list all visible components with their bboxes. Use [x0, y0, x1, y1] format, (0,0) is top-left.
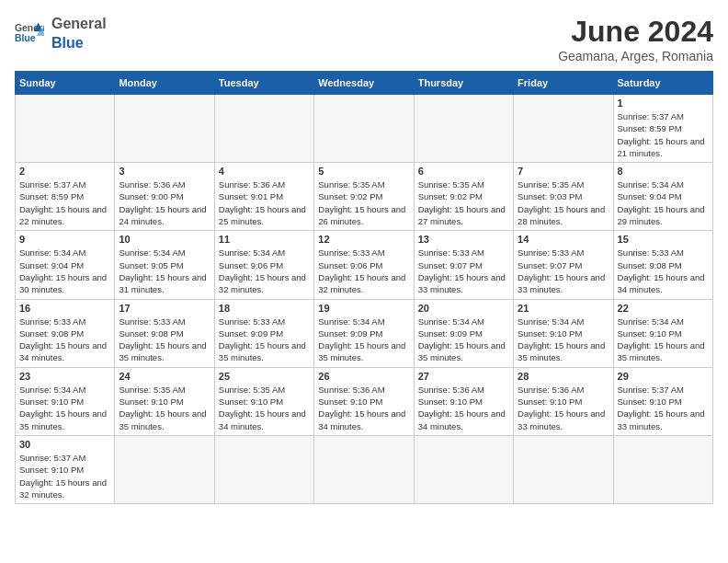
day-number: 4 [219, 166, 310, 177]
day-number: 30 [19, 439, 110, 450]
day-number: 23 [19, 371, 110, 382]
day-info: Sunrise: 5:33 AM Sunset: 9:06 PM Dayligh… [318, 247, 409, 295]
day-info: Sunrise: 5:33 AM Sunset: 9:08 PM Dayligh… [618, 247, 709, 295]
calendar-day-cell [414, 435, 513, 503]
day-info: Sunrise: 5:34 AM Sunset: 9:04 PM Dayligh… [618, 178, 709, 227]
calendar-title-area: June 2024 Geamana, Arges, Romania [558, 15, 713, 63]
calendar-day-cell: 30Sunrise: 5:37 AM Sunset: 9:10 PM Dayli… [16, 435, 115, 503]
calendar-day-cell [314, 435, 414, 503]
calendar-day-cell: 6Sunrise: 5:35 AM Sunset: 9:02 PM Daylig… [414, 163, 513, 231]
day-info: Sunrise: 5:34 AM Sunset: 9:10 PM Dayligh… [518, 316, 609, 364]
calendar-day-cell: 7Sunrise: 5:35 AM Sunset: 9:03 PM Daylig… [514, 163, 613, 231]
day-info: Sunrise: 5:34 AM Sunset: 9:09 PM Dayligh… [418, 316, 509, 364]
calendar-day-cell: 4Sunrise: 5:36 AM Sunset: 9:01 PM Daylig… [214, 163, 313, 231]
calendar-day-cell: 19Sunrise: 5:34 AM Sunset: 9:09 PM Dayli… [314, 299, 414, 367]
calendar-day-cell: 28Sunrise: 5:36 AM Sunset: 9:10 PM Dayli… [514, 367, 613, 435]
calendar-day-cell: 5Sunrise: 5:35 AM Sunset: 9:02 PM Daylig… [314, 163, 414, 231]
calendar-day-cell: 3Sunrise: 5:36 AM Sunset: 9:00 PM Daylig… [115, 163, 214, 231]
calendar-day-cell: 11Sunrise: 5:34 AM Sunset: 9:06 PM Dayli… [214, 231, 313, 299]
day-number: 17 [119, 303, 210, 314]
day-info: Sunrise: 5:37 AM Sunset: 9:10 PM Dayligh… [618, 384, 709, 432]
calendar-week-row: 16Sunrise: 5:33 AM Sunset: 9:08 PM Dayli… [16, 299, 713, 367]
weekday-header-tuesday: Tuesday [214, 72, 313, 95]
day-info: Sunrise: 5:34 AM Sunset: 9:06 PM Dayligh… [219, 247, 310, 295]
day-info: Sunrise: 5:35 AM Sunset: 9:03 PM Dayligh… [518, 178, 609, 227]
day-number: 7 [518, 166, 609, 177]
day-info: Sunrise: 5:35 AM Sunset: 9:10 PM Dayligh… [119, 384, 210, 432]
calendar-day-cell [613, 435, 712, 503]
day-number: 13 [418, 234, 509, 245]
calendar-day-cell [16, 95, 115, 163]
calendar-day-cell: 20Sunrise: 5:34 AM Sunset: 9:09 PM Dayli… [414, 299, 513, 367]
day-info: Sunrise: 5:37 AM Sunset: 8:59 PM Dayligh… [618, 110, 709, 159]
day-number: 16 [19, 303, 110, 314]
calendar-day-cell [514, 435, 613, 503]
calendar-day-cell [514, 95, 613, 163]
calendar-day-cell: 26Sunrise: 5:36 AM Sunset: 9:10 PM Dayli… [314, 367, 414, 435]
weekday-header-saturday: Saturday [613, 72, 712, 95]
day-number: 27 [418, 371, 509, 382]
day-number: 25 [219, 371, 310, 382]
day-number: 20 [418, 303, 509, 314]
day-number: 15 [618, 234, 709, 245]
day-info: Sunrise: 5:35 AM Sunset: 9:10 PM Dayligh… [219, 384, 310, 432]
day-number: 21 [518, 303, 609, 314]
calendar-day-cell [115, 435, 214, 503]
day-info: Sunrise: 5:33 AM Sunset: 9:09 PM Dayligh… [219, 316, 310, 364]
day-info: Sunrise: 5:36 AM Sunset: 9:10 PM Dayligh… [318, 384, 409, 432]
day-info: Sunrise: 5:37 AM Sunset: 9:10 PM Dayligh… [19, 452, 110, 500]
calendar-day-cell: 2Sunrise: 5:37 AM Sunset: 8:59 PM Daylig… [16, 163, 115, 231]
day-info: Sunrise: 5:34 AM Sunset: 9:05 PM Dayligh… [119, 247, 210, 295]
calendar-week-row: 23Sunrise: 5:34 AM Sunset: 9:10 PM Dayli… [16, 367, 713, 435]
calendar-day-cell: 24Sunrise: 5:35 AM Sunset: 9:10 PM Dayli… [115, 367, 214, 435]
day-info: Sunrise: 5:37 AM Sunset: 8:59 PM Dayligh… [19, 178, 110, 227]
calendar-day-cell: 13Sunrise: 5:33 AM Sunset: 9:07 PM Dayli… [414, 231, 513, 299]
day-info: Sunrise: 5:36 AM Sunset: 9:10 PM Dayligh… [518, 384, 609, 432]
calendar-week-row: 9Sunrise: 5:34 AM Sunset: 9:04 PM Daylig… [16, 231, 713, 299]
weekday-header-sunday: Sunday [16, 72, 115, 95]
logo-blue-label: Blue [51, 34, 107, 53]
day-number: 26 [318, 371, 409, 382]
day-number: 5 [318, 166, 409, 177]
calendar-day-cell: 14Sunrise: 5:33 AM Sunset: 9:07 PM Dayli… [514, 231, 613, 299]
day-info: Sunrise: 5:34 AM Sunset: 9:10 PM Dayligh… [618, 316, 709, 364]
logo-icon: General Blue [15, 21, 44, 47]
calendar-day-cell: 1Sunrise: 5:37 AM Sunset: 8:59 PM Daylig… [613, 95, 712, 163]
calendar-week-row: 30Sunrise: 5:37 AM Sunset: 9:10 PM Dayli… [16, 435, 713, 503]
weekday-header-monday: Monday [115, 72, 214, 95]
location-subtitle: Geamana, Arges, Romania [558, 49, 713, 63]
calendar-day-cell [214, 95, 313, 163]
day-number: 28 [518, 371, 609, 382]
calendar-day-cell: 15Sunrise: 5:33 AM Sunset: 9:08 PM Dayli… [613, 231, 712, 299]
weekday-header-wednesday: Wednesday [314, 72, 414, 95]
calendar-day-cell: 8Sunrise: 5:34 AM Sunset: 9:04 PM Daylig… [613, 163, 712, 231]
day-info: Sunrise: 5:33 AM Sunset: 9:08 PM Dayligh… [119, 316, 210, 364]
month-title: June 2024 [558, 15, 713, 49]
calendar-day-cell: 21Sunrise: 5:34 AM Sunset: 9:10 PM Dayli… [514, 299, 613, 367]
page-header: General Blue General Blue General Blue J… [15, 15, 713, 63]
day-info: Sunrise: 5:36 AM Sunset: 9:10 PM Dayligh… [418, 384, 509, 432]
day-number: 8 [618, 166, 709, 177]
day-number: 12 [318, 234, 409, 245]
calendar-day-cell [314, 95, 414, 163]
day-number: 11 [219, 234, 310, 245]
day-info: Sunrise: 5:35 AM Sunset: 9:02 PM Dayligh… [418, 178, 509, 227]
day-info: Sunrise: 5:33 AM Sunset: 9:08 PM Dayligh… [19, 316, 110, 364]
calendar-week-row: 2Sunrise: 5:37 AM Sunset: 8:59 PM Daylig… [16, 163, 713, 231]
day-number: 6 [418, 166, 509, 177]
calendar-day-cell [414, 95, 513, 163]
day-number: 22 [618, 303, 709, 314]
calendar-day-cell: 16Sunrise: 5:33 AM Sunset: 9:08 PM Dayli… [16, 299, 115, 367]
day-info: Sunrise: 5:35 AM Sunset: 9:02 PM Dayligh… [318, 178, 409, 227]
day-info: Sunrise: 5:34 AM Sunset: 9:10 PM Dayligh… [19, 384, 110, 432]
calendar-header-row: SundayMondayTuesdayWednesdayThursdayFrid… [16, 72, 713, 95]
weekday-header-thursday: Thursday [414, 72, 513, 95]
calendar-day-cell: 22Sunrise: 5:34 AM Sunset: 9:10 PM Dayli… [613, 299, 712, 367]
calendar-table: SundayMondayTuesdayWednesdayThursdayFrid… [15, 71, 713, 504]
day-number: 24 [119, 371, 210, 382]
day-info: Sunrise: 5:36 AM Sunset: 9:01 PM Dayligh… [219, 178, 310, 227]
day-number: 18 [219, 303, 310, 314]
day-info: Sunrise: 5:33 AM Sunset: 9:07 PM Dayligh… [418, 247, 509, 295]
calendar-day-cell: 18Sunrise: 5:33 AM Sunset: 9:09 PM Dayli… [214, 299, 313, 367]
logo-general-label: General [51, 15, 107, 34]
